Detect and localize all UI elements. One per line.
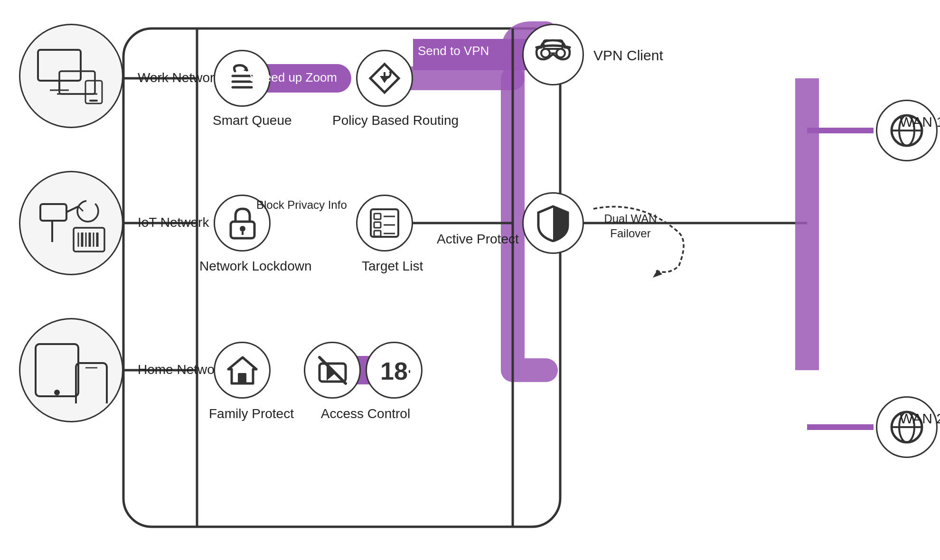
target-list-circle [356,195,413,252]
vpn-client-label: VPN Client [593,47,663,64]
active-protect-circle [522,192,584,254]
svg-point-62 [541,49,550,57]
svg-rect-57 [238,373,246,383]
block-privacy-label: Block Privacy Info [256,198,347,212]
target-list-label: Target List [362,259,409,274]
network-lockdown-label: Network Lockdown [199,259,287,274]
svg-rect-33 [36,344,78,396]
work-network-circle [19,24,123,128]
svg-rect-21 [40,204,66,221]
wan1-circle [876,100,938,161]
work-network-label: Work Network [138,70,221,85]
svg-rect-50 [374,214,381,219]
iot-network-circle [19,171,123,275]
diagram-container: Work Network IoT Network Home Network Sm… [0,0,940,560]
active-protect-label: Active Protect [437,232,519,247]
svg-point-34 [54,390,60,395]
svg-rect-54 [374,231,381,236]
family-protect-label: Family Protect [209,406,278,421]
family-protect-circle [214,342,271,399]
wan1-label: WAN 1 [900,114,940,130]
vpn-client-circle [522,24,584,85]
smart-queue-label: Smart Queue [213,113,270,128]
svg-line-60 [320,357,346,383]
home-network-circle [19,318,123,422]
svg-rect-20 [89,100,98,102]
svg-rect-52 [374,222,381,228]
svg-point-47 [240,226,245,232]
wan2-label: WAN 2 [900,411,940,427]
send-to-vpn-label: Send to VPN [418,44,489,58]
svg-line-22 [66,206,78,212]
iot-network-label: IoT Network [138,215,209,230]
svg-text:18+: 18+ [380,357,410,385]
access-control-label: Access Control [309,406,423,421]
home-network-label: Home Network [138,362,226,377]
policy-routing-circle [356,50,413,107]
svg-point-25 [77,201,98,222]
svg-point-63 [556,49,565,57]
speed-zoom-label: Speed up Zoom [249,70,337,85]
svg-rect-0 [123,28,560,527]
wan2-circle [876,396,938,458]
policy-routing-label: Policy Based Routing [332,113,442,128]
access-control-circle2: 18+ [366,342,423,399]
svg-rect-35 [76,363,107,403]
svg-marker-66 [653,270,662,278]
access-control-circle1 [304,342,361,399]
